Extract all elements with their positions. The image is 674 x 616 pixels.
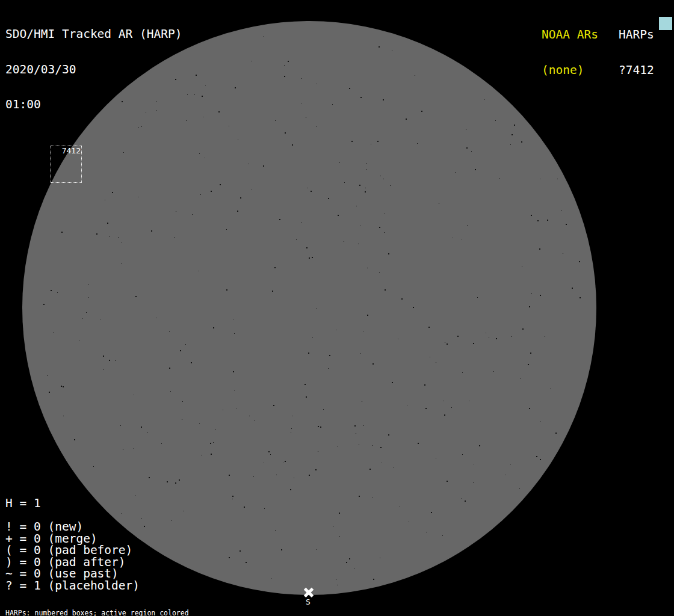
noaa-ars-value: (none) xyxy=(542,64,598,76)
legend-line-placeholder: ? = 1 (placeholder) xyxy=(5,580,140,592)
harps-block: HARPs ?7412 xyxy=(619,5,654,99)
harp-tracking-view: 7412 S SDO/HMI Tracked AR (HARP) 2020/03… xyxy=(0,0,674,616)
noaa-ars-block: NOAA ARs (none) xyxy=(542,5,598,99)
south-pole-label: S xyxy=(306,598,311,606)
time-label: 01:00 xyxy=(5,99,182,111)
south-pole-cross-icon xyxy=(303,587,315,599)
legend-line-pad-before: ( = 0 (pad before) xyxy=(5,544,140,556)
harps-value: ?7412 xyxy=(619,64,654,76)
harps-heading: HARPs xyxy=(619,29,654,41)
counter-legend: H = 1 ! = 0 (new) + = 0 (merge) ( = 0 (p… xyxy=(5,497,140,591)
legend-line-h: H = 1 xyxy=(5,497,140,510)
harp-box-number-label: 7412 xyxy=(62,147,81,155)
footer-notes: HARPs: numbered boxes; active region col… xyxy=(5,595,247,616)
app-title: SDO/HMI Tracked AR (HARP) xyxy=(5,28,182,40)
harp-color-swatch xyxy=(659,17,672,30)
legend-line-use-past: ~ = 0 (use past) xyxy=(5,568,140,580)
title-block: SDO/HMI Tracked AR (HARP) 2020/03/30 01:… xyxy=(5,5,182,134)
harp-box-7412: 7412 xyxy=(51,146,82,183)
noaa-ars-heading: NOAA ARs xyxy=(542,29,598,41)
legend-line-new: ! = 0 (new) xyxy=(5,521,140,533)
footer-line-harps: HARPs: numbered boxes; active region col… xyxy=(5,609,247,616)
date-label: 2020/03/30 xyxy=(5,64,182,76)
